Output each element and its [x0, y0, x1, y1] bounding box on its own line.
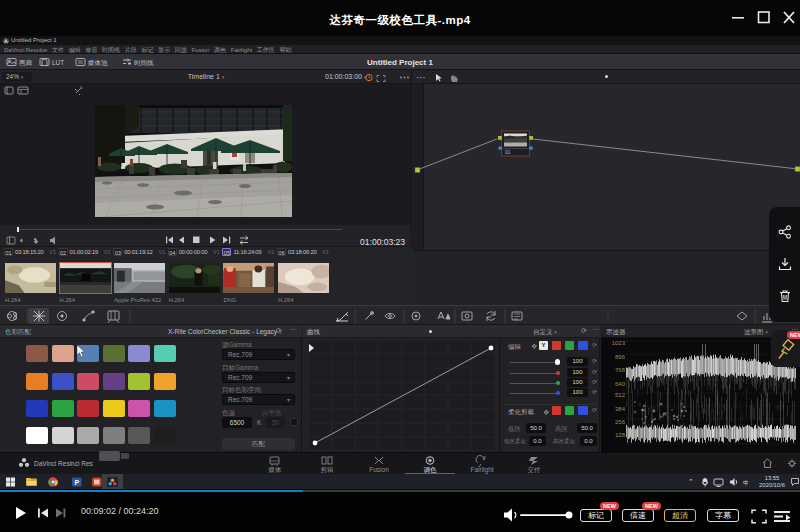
svg-text:中: 中: [743, 479, 748, 486]
svg-text:媒体: 媒体: [269, 466, 283, 473]
svg-text:剪辑: 剪辑: [321, 466, 335, 474]
svg-text:交付: 交付: [528, 466, 542, 474]
svg-text:P: P: [74, 479, 79, 486]
svg-text:Fairlight: Fairlight: [470, 466, 493, 474]
svg-text:Fusion: Fusion: [369, 466, 389, 473]
svg-text:01: 01: [505, 149, 511, 155]
